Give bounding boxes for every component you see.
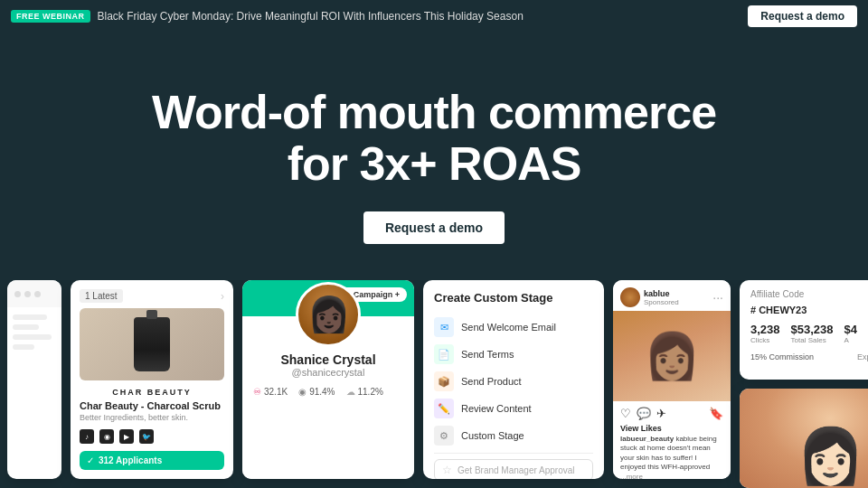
brand-name: CHAR BEAUTY: [80, 388, 224, 397]
post-caption: labueur_beauty kablue being stuck at hom…: [620, 435, 723, 479]
extra-stat-icon: ☁: [346, 387, 355, 397]
affiliate-info: Affiliate Code # CHEWY23 3,238 Clicks $5…: [750, 289, 857, 350]
card1-nav: 1 Latest ›: [80, 289, 224, 303]
topbar-text: Black Friday Cyber Monday: Drive Meaning…: [98, 10, 741, 23]
welcome-email-icon: ✉: [434, 317, 454, 337]
cards-row: 1 Latest › CHAR BEAUTY Char Beauty - Cha…: [0, 280, 868, 488]
social-icons: ♪ ◉ ▶ 🐦: [80, 429, 224, 444]
engagement-icon: ◉: [298, 387, 307, 397]
stage-divider: [434, 453, 593, 454]
check-icon: ✓: [87, 455, 94, 465]
influencer-handle: @shanicecrystal: [292, 367, 365, 378]
nav-partial: [7, 280, 61, 307]
instagram-post-card: kablue Sponsored ··· 👩🏽 ♡ 💬 ✈ 🔖 View Lik…: [613, 280, 731, 479]
hero-title: Word-of mouth commerce for 3x+ ROAS: [152, 87, 716, 190]
brand-product-card: 1 Latest › CHAR BEAUTY Char Beauty - Cha…: [71, 280, 233, 479]
affiliate-card: Affiliate Code # CHEWY23 3,238 Clicks $5…: [740, 280, 868, 380]
nav-dot-1: [14, 291, 21, 297]
custom-stage-icon: ⚙: [434, 426, 454, 446]
topbar-cta-button[interactable]: Request a demo: [748, 5, 857, 27]
affiliate-title: Affiliate Code: [750, 289, 857, 299]
youtube-icon: ▶: [119, 429, 134, 444]
stage-item-review: ✏️ Review Content: [434, 395, 593, 422]
terms-icon: 📄: [434, 344, 454, 364]
terms-label: Send Terms: [461, 349, 514, 360]
comment-icon[interactable]: 💬: [637, 407, 651, 420]
webinar-badge: FREE WEBINAR: [11, 10, 90, 23]
product-bottle: [134, 317, 170, 371]
stage-item-welcome: ✉ Send Welcome Email: [434, 314, 593, 341]
stage-item-custom: ⚙ Custom Stage: [434, 422, 593, 449]
extra-stat-val: 11.2%: [358, 387, 383, 397]
more-options-icon[interactable]: ···: [712, 290, 723, 305]
hero-section: Word-of mouth commerce for 3x+ ROAS Requ…: [0, 33, 868, 244]
tiktok-icon: ♪: [80, 429, 94, 444]
stage-item-product: 📦 Send Product: [434, 368, 593, 395]
hero-cta-button[interactable]: Request a demo: [363, 211, 505, 244]
affiliate-stats: 3,238 Clicks $53,238 Total Sales $4 A: [750, 323, 857, 344]
stat-instagram: ♾ 32.1K: [253, 387, 288, 397]
share-icon[interactable]: ✈: [656, 407, 666, 420]
post-actions: ♡ 💬 ✈ 🔖 View Likes labueur_beauty kablue…: [613, 401, 731, 479]
caption-username: labueur_beauty: [620, 435, 674, 443]
instagram-stat-icon: ♾: [253, 387, 261, 397]
sales-label: Total Sales: [791, 336, 834, 344]
post-user-info: kablue Sponsored: [644, 289, 679, 306]
affiliate-code: # CHEWY23: [750, 305, 857, 315]
instagram-icon: ◉: [99, 429, 114, 444]
person-face-icon: 👩🏻: [797, 424, 864, 488]
post-user: kablue Sponsored: [620, 287, 679, 307]
stat-extra: ☁ 11.2%: [346, 387, 383, 397]
nav-chevron-icon: ›: [221, 290, 224, 303]
applicants-footer: ✓ 312 Applicants: [80, 451, 224, 470]
view-likes[interactable]: View Likes: [620, 424, 723, 433]
welcome-email-label: Send Welcome Email: [461, 322, 556, 333]
partial-content: [7, 307, 61, 361]
post-person-image: 👩🏽: [644, 330, 700, 382]
custom-stage-label: Custom Stage: [461, 430, 524, 441]
expiry-text: Exp 7/15/2023: [857, 352, 868, 361]
review-icon: ✏️: [434, 399, 454, 418]
influencer-stats: ♾ 32.1K ◉ 91.4% ☁ 11.2%: [253, 387, 403, 397]
extra-value: $4: [844, 323, 857, 336]
nav-dot-3: [34, 291, 41, 297]
nav-label: 1 Latest: [80, 289, 123, 303]
left-partial-card: [7, 280, 61, 479]
twitter-icon: 🐦: [139, 429, 154, 444]
product-image: [80, 308, 224, 380]
stage-name-placeholder: Get Brand Manager Approval: [458, 465, 575, 475]
ig-followers: 32.1K: [264, 387, 288, 397]
affiliate-column: Affiliate Code # CHEWY23 3,238 Clicks $5…: [740, 280, 868, 488]
like-icon[interactable]: ♡: [620, 407, 631, 420]
extra-label: A: [844, 336, 857, 344]
sales-stat: $53,238 Total Sales: [791, 323, 834, 344]
person-image: 👩🏻: [740, 389, 868, 488]
action-icons: ♡ 💬 ✈ 🔖: [620, 407, 723, 420]
nav-dot-2: [24, 291, 31, 297]
stage-item-terms: 📄 Send Terms: [434, 341, 593, 368]
influencer-card: Invite to Campaign + 👩🏿 Shanice Crystal …: [242, 280, 414, 479]
custom-stage-title: Create Custom Stage: [434, 291, 593, 305]
influencer-name: Shanice Crystal: [280, 352, 375, 367]
post-sponsored: Sponsored: [644, 298, 679, 306]
sales-value: $53,238: [791, 323, 834, 336]
clicks-value: 3,238: [750, 323, 780, 336]
person-card: 👩🏻: [740, 389, 868, 488]
stage-name-input-row[interactable]: ☆ Get Brand Manager Approval: [434, 459, 593, 479]
affiliate-bottom: 15% Commission Exp 7/15/2023: [750, 352, 868, 361]
post-image: 👩🏽: [613, 311, 731, 401]
commission-text: 15% Commission: [750, 352, 814, 361]
post-username: kablue: [644, 289, 679, 298]
clicks-label: Clicks: [750, 336, 780, 344]
product-name: Char Beauty - Charcoal Scrub: [80, 400, 224, 411]
stage-name-icon: ☆: [442, 464, 452, 476]
top-bar: FREE WEBINAR Black Friday Cyber Monday: …: [0, 0, 868, 33]
review-label: Review Content: [461, 403, 532, 414]
bookmark-icon[interactable]: 🔖: [709, 407, 723, 420]
product-icon: 📦: [434, 371, 454, 391]
product-desc: Better Ingredients, better skin.: [80, 413, 224, 422]
extra-stat: $4 A: [844, 323, 857, 344]
stat-engagement: ◉ 91.4%: [298, 387, 335, 397]
more-text: ...more: [620, 473, 643, 479]
applicants-count: 312 Applicants: [99, 455, 162, 465]
